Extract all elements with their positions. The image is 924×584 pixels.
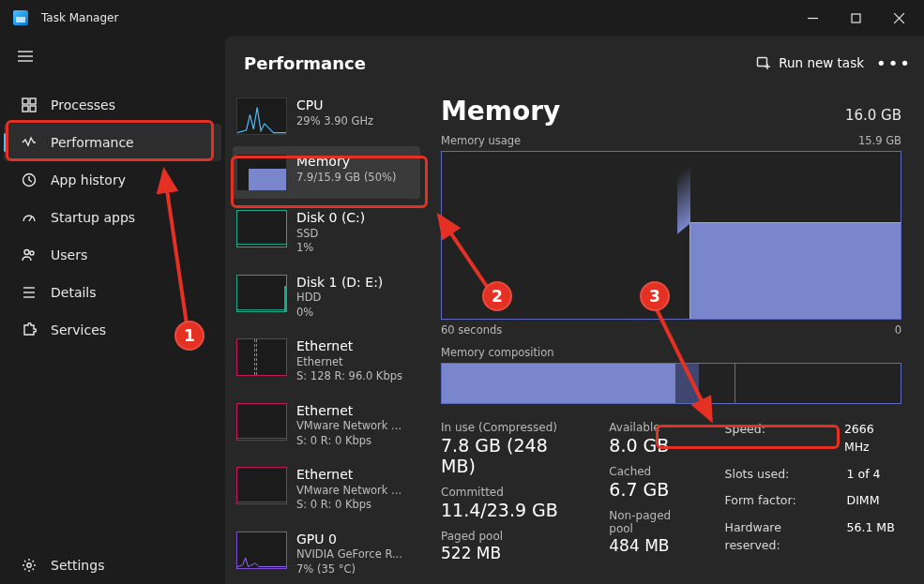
disk-thumbnail	[236, 275, 287, 312]
run-new-task-button[interactable]: Run new task	[745, 50, 875, 76]
history-icon	[21, 172, 38, 188]
perf-item-sub: 7% (35 °C)	[296, 562, 402, 577]
perf-item-ethernet-2[interactable]: Ethernet VMware Network ... S: 0 R: 0 Kb…	[233, 396, 420, 457]
cached-label: Cached	[609, 465, 696, 478]
hamburger-button[interactable]	[6, 37, 45, 75]
perf-item-sub: S: 128 R: 96.0 Kbps	[296, 369, 402, 384]
sidebar-item-label: Settings	[51, 558, 104, 573]
perf-item-ethernet-3[interactable]: Ethernet VMware Network ... S: 0 R: 0 Kb…	[233, 459, 420, 520]
speed-value: 2666 MHz	[844, 421, 901, 457]
disk-thumbnail	[236, 210, 287, 247]
perf-item-name: Ethernet	[296, 403, 401, 420]
perf-item-gpu[interactable]: GPU 0 NVIDIA GeForce R... 7% (35 °C)	[233, 524, 420, 584]
total-capacity: 16.0 GB	[845, 107, 901, 124]
puzzle-icon	[21, 322, 38, 338]
axis-right: 0	[895, 323, 901, 337]
window-controls	[791, 0, 920, 36]
sidebar-item-details[interactable]: Details	[4, 274, 221, 311]
perf-item-sub: 7.9/15.9 GB (50%)	[296, 171, 396, 186]
perf-item-sub: S: 0 R: 0 Kbps	[296, 434, 401, 449]
list-icon	[21, 284, 38, 301]
ethernet-thumbnail	[236, 467, 287, 504]
comp-modified	[675, 364, 698, 403]
axis-left: 60 seconds	[441, 323, 502, 337]
speed-label: Speed:	[725, 421, 835, 457]
run-task-icon	[756, 55, 771, 70]
title-bar: Task Manager	[0, 0, 924, 36]
perf-item-name: Disk 1 (D: E:)	[296, 275, 383, 292]
perf-item-memory[interactable]: Memory 7.9/15.9 GB (50%)	[233, 146, 420, 199]
perf-item-cpu[interactable]: CPU 29% 3.90 GHz	[233, 90, 420, 142]
gear-icon	[21, 557, 38, 574]
perf-item-sub: Ethernet	[296, 355, 402, 370]
perf-item-name: Ethernet	[296, 338, 402, 355]
main-content: Performance Run new task ••• CPU 29% 3.9…	[225, 36, 924, 584]
paged-value: 522 MB	[441, 544, 584, 562]
perf-item-disk0[interactable]: Disk 0 (C:) SSD 1%	[233, 202, 420, 263]
sidebar-item-performance[interactable]: Performance	[4, 124, 221, 161]
minimize-button[interactable]	[791, 0, 834, 36]
performance-list[interactable]: CPU 29% 3.90 GHz Memory 7.9/15.9 GB (50%…	[225, 90, 424, 584]
comp-in-use	[442, 364, 675, 403]
close-button[interactable]	[877, 0, 920, 36]
ethernet-thumbnail	[236, 403, 287, 441]
hwres-value: 56.1 MB	[847, 519, 895, 555]
sidebar-item-label: Users	[51, 247, 87, 262]
svg-rect-10	[30, 106, 36, 112]
sidebar-item-users[interactable]: Users	[4, 236, 221, 274]
available-value: 8.0 GB	[609, 435, 696, 456]
svg-rect-1	[852, 14, 860, 22]
perf-item-sub: VMware Network ...	[296, 484, 401, 499]
form-label: Form factor:	[725, 492, 838, 510]
form-value: DIMM	[847, 492, 880, 510]
paged-label: Paged pool	[441, 530, 584, 543]
sidebar-item-label: Processes	[51, 97, 115, 112]
perf-item-ethernet-1[interactable]: Ethernet Ethernet S: 128 R: 96.0 Kbps	[233, 331, 420, 392]
sidebar-item-services[interactable]: Services	[4, 311, 221, 349]
sidebar-item-label: Services	[51, 322, 106, 337]
perf-item-name: CPU	[296, 97, 373, 114]
svg-line-12	[29, 217, 32, 221]
perf-item-sub: 29% 3.90 GHz	[296, 114, 373, 129]
sidebar-item-label: Details	[51, 285, 97, 300]
perf-item-sub: 1%	[296, 241, 365, 256]
perf-item-sub: 0%	[296, 306, 383, 321]
run-task-label: Run new task	[779, 55, 864, 70]
perf-item-name: Disk 0 (C:)	[296, 210, 365, 227]
maximize-button[interactable]	[834, 0, 877, 36]
sidebar-item-startup-apps[interactable]: Startup apps	[4, 199, 221, 236]
hwres-label: Hardware reserved:	[725, 519, 838, 555]
grid-icon	[21, 97, 38, 113]
detail-title: Memory	[441, 96, 560, 127]
svg-rect-8	[30, 98, 36, 104]
nonpaged-label: Non-paged pool	[609, 509, 696, 535]
perf-item-name: GPU 0	[296, 532, 402, 548]
cached-value: 6.7 GB	[609, 479, 696, 500]
svg-rect-19	[758, 58, 767, 67]
nonpaged-value: 484 MB	[609, 536, 696, 555]
sidebar-item-processes[interactable]: Processes	[4, 86, 221, 124]
comp-free	[735, 364, 901, 403]
page-title: Performance	[244, 53, 366, 73]
memory-composition-bar[interactable]	[441, 363, 901, 404]
users-icon	[21, 247, 38, 263]
usage-max: 15.9 GB	[858, 134, 901, 147]
in-use-value: 7.8 GB (248 MB)	[441, 435, 584, 476]
svg-rect-7	[23, 98, 28, 104]
sidebar-item-label: Performance	[51, 135, 134, 150]
perf-item-disk1[interactable]: Disk 1 (D: E:) HDD 0%	[233, 267, 420, 328]
memory-usage-chart[interactable]	[441, 151, 901, 320]
app-icon	[13, 10, 28, 25]
available-label: Available	[609, 421, 696, 434]
sidebar-item-label: App history	[51, 172, 126, 187]
sidebar-item-app-history[interactable]: App history	[4, 161, 221, 199]
cpu-thumbnail	[236, 97, 287, 135]
more-button[interactable]: •••	[877, 47, 911, 79]
wave-icon	[21, 134, 38, 151]
svg-point-13	[24, 250, 29, 255]
sidebar-item-label: Startup apps	[51, 210, 135, 225]
sidebar-item-settings[interactable]: Settings	[4, 547, 221, 584]
composition-label: Memory composition	[441, 346, 901, 359]
committed-label: Committed	[441, 486, 584, 499]
comp-standby	[699, 364, 735, 403]
